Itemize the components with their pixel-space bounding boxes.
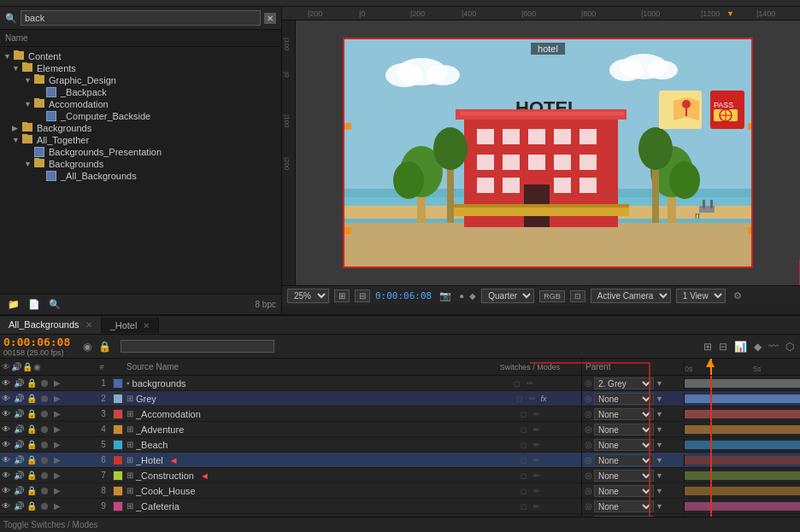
parent-dropdown-5[interactable]: ▼ xyxy=(656,441,663,449)
solo-6[interactable] xyxy=(38,454,50,466)
tree-item-all-together[interactable]: ▼ All_Together xyxy=(0,134,281,146)
camera-select[interactable]: Active Camera xyxy=(591,289,671,303)
parent-dropdown-2[interactable]: ▼ xyxy=(656,395,663,403)
parent-dropdown-8[interactable]: ▼ xyxy=(656,487,663,495)
tree-item-backgrounds1[interactable]: ▶ Backgrounds xyxy=(0,122,281,134)
parent-select-7[interactable]: None xyxy=(594,470,654,482)
solo-9[interactable] xyxy=(38,500,50,512)
lock-5[interactable]: 🔒 xyxy=(26,439,38,451)
audio-1[interactable]: 🔊 xyxy=(13,377,25,389)
switch-6-2[interactable]: ✏ xyxy=(531,454,543,466)
parent-dropdown-3[interactable]: ▼ xyxy=(656,410,663,418)
parent-dropdown-7[interactable]: ▼ xyxy=(656,471,663,480)
lock-3[interactable]: 🔒 xyxy=(26,408,38,420)
tree-item-computer-backside[interactable]: _Computer_Backside xyxy=(0,110,281,122)
parent-dropdown-6[interactable]: ▼ xyxy=(656,456,663,465)
parent-select-6[interactable]: None xyxy=(594,454,654,466)
switch-3-1[interactable]: ◻ xyxy=(517,408,529,420)
camera-button[interactable]: 📷 xyxy=(437,289,454,303)
expand-7[interactable]: ▶ xyxy=(51,470,63,482)
solo-1[interactable] xyxy=(38,377,50,389)
graph-button[interactable]: 📊 xyxy=(732,340,750,354)
solo-button[interactable]: ◉ xyxy=(80,340,94,354)
parent-dropdown-4[interactable]: ▼ xyxy=(656,425,663,434)
solo-3[interactable] xyxy=(38,408,50,420)
switch-6-1[interactable]: ◻ xyxy=(517,454,529,466)
switch-5-1[interactable]: ◻ xyxy=(517,439,529,451)
visibility-eye-7[interactable]: 👁 xyxy=(0,470,12,482)
parent-select-4[interactable]: None xyxy=(594,424,654,436)
search-clear-button[interactable]: ✕ xyxy=(264,13,276,24)
preview-horizontal-scrollbar[interactable] xyxy=(282,306,800,314)
tree-item-elements[interactable]: ▼ Elements xyxy=(0,62,281,74)
lock-1[interactable]: 🔒 xyxy=(26,377,38,389)
audio-7[interactable]: 🔊 xyxy=(13,470,25,482)
audio-9[interactable]: 🔊 xyxy=(13,500,25,512)
audio-2[interactable]: 🔊 xyxy=(13,393,25,405)
search-input[interactable] xyxy=(21,10,261,26)
switch-10-1[interactable]: ◻ xyxy=(517,516,529,517)
tree-item-all-backgrounds[interactable]: _All_Backgrounds xyxy=(0,170,281,182)
parent-select-10[interactable]: None xyxy=(594,516,654,517)
switch-1-1[interactable]: ◻ xyxy=(510,377,522,389)
tab-all-backgrounds[interactable]: All_Backgrounds ✕ xyxy=(0,317,102,333)
switch-9-2[interactable]: ✏ xyxy=(531,500,543,512)
audio-6[interactable]: 🔊 xyxy=(13,454,25,466)
solo-5[interactable] xyxy=(38,439,50,451)
expand-1[interactable]: ▶ xyxy=(51,377,63,389)
switch-1-2[interactable]: ✏ xyxy=(524,377,536,389)
solo-10[interactable] xyxy=(38,516,50,517)
switch-4-2[interactable]: ✏ xyxy=(531,424,543,436)
quality-select[interactable]: Quarter xyxy=(481,289,534,303)
expand-6[interactable]: ▶ xyxy=(51,454,63,466)
switch-8-1[interactable]: ◻ xyxy=(517,485,529,497)
view-select[interactable]: 1 View xyxy=(676,289,726,303)
parent-dropdown-1[interactable]: ▼ xyxy=(656,379,663,388)
visibility-eye-5[interactable]: 👁 xyxy=(0,439,12,451)
tab-close-hotel[interactable]: ✕ xyxy=(143,321,150,330)
solo-2[interactable] xyxy=(38,393,50,405)
search-button[interactable]: 🔍 xyxy=(46,297,63,312)
switch-2-2[interactable]: ✏ xyxy=(526,393,538,405)
expand-10[interactable]: ▶ xyxy=(51,516,63,517)
switch-3-2[interactable]: ✏ xyxy=(531,408,543,420)
parent-select-3[interactable]: None xyxy=(594,408,654,420)
parent-dropdown-9[interactable]: ▼ xyxy=(656,502,663,511)
parent-select-5[interactable]: None xyxy=(594,439,654,451)
solo-8[interactable] xyxy=(38,485,50,497)
audio-10[interactable]: 🔊 xyxy=(13,516,25,517)
expand-3[interactable]: ▶ xyxy=(51,408,63,420)
switch-9-1[interactable]: ◻ xyxy=(517,500,529,512)
lock-9[interactable]: 🔒 xyxy=(26,500,38,512)
expand-2[interactable]: ▶ xyxy=(51,393,63,405)
rgb-button[interactable]: RGB xyxy=(539,290,565,302)
solo-7[interactable] xyxy=(38,470,50,482)
visibility-eye-8[interactable]: 👁 xyxy=(0,485,12,497)
parent-select-8[interactable]: None xyxy=(594,485,654,497)
timeline-settings-button[interactable]: ⊟ xyxy=(716,340,730,354)
switch-7-2[interactable]: ✏ xyxy=(531,470,543,482)
lock-2[interactable]: 🔒 xyxy=(26,393,38,405)
render-button[interactable]: ⬡ xyxy=(783,340,797,354)
tree-item-content[interactable]: ▼ Content xyxy=(0,50,281,62)
keyframe-button[interactable]: ◆ xyxy=(751,340,764,354)
visibility-eye-3[interactable]: 👁 xyxy=(0,408,12,420)
expand-9[interactable]: ▶ xyxy=(51,500,63,512)
settings-button[interactable]: ⚙ xyxy=(731,289,744,303)
expand-4[interactable]: ▶ xyxy=(51,424,63,436)
visibility-eye-6[interactable]: 👁 xyxy=(0,454,12,466)
channel-button[interactable]: ⊡ xyxy=(570,290,585,302)
visibility-eye-10[interactable]: 👁 xyxy=(0,516,12,517)
tree-item-backgrounds2[interactable]: ▼ Backgrounds xyxy=(0,158,281,170)
visibility-eye-4[interactable]: 👁 xyxy=(0,424,12,436)
lock-button[interactable]: 🔒 xyxy=(96,340,114,354)
switch-8-2[interactable]: ✏ xyxy=(531,485,543,497)
switch-2-1[interactable]: ◻ xyxy=(513,393,525,405)
tree-item-graphic-design[interactable]: ▼ Graphic_Design xyxy=(0,74,281,86)
parent-select-9[interactable]: None xyxy=(594,500,654,512)
motion-button[interactable]: 〰 xyxy=(766,340,781,354)
lock-4[interactable]: 🔒 xyxy=(26,424,38,436)
visibility-eye-1[interactable]: 👁 xyxy=(0,377,12,389)
parent-select-2[interactable]: None xyxy=(594,393,654,405)
lock-7[interactable]: 🔒 xyxy=(26,470,38,482)
